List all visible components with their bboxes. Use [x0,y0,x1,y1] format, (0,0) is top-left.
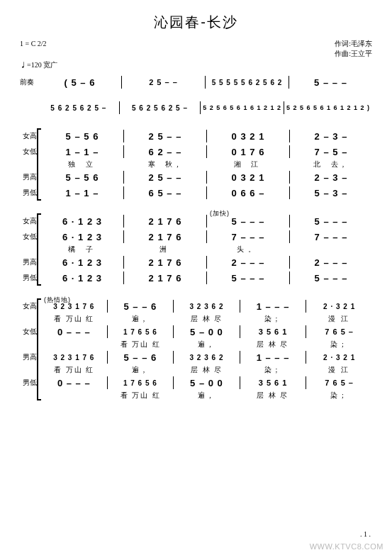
bar: 5 2 5 6 5 6 1 6 1 2 1 2 ) [284,104,372,111]
bar: 1 – 1 – [41,188,123,198]
part-label-bass: 男低 [23,273,41,283]
lyric: 遍, [174,340,240,349]
lyric: 北 去, [289,159,372,169]
part-label-ten: 男高 [23,352,41,362]
bar: 1 7 6 5 6 [108,328,174,336]
bar: 0 3 2 1 [207,172,289,183]
bar: 7 – 5 – [290,147,372,157]
bar: (加快) 5 – – – [207,216,289,227]
lyric: 染; [306,340,372,349]
bar: 5 6 2 5 6 2 5 – [38,104,119,112]
bar: 7 – – – [207,232,289,242]
bar: 3 5 6 1 [240,379,306,387]
part-label-alto: 女低 [23,232,41,242]
bar: 2 – 3 – [290,172,372,183]
bar: 5 – – – [207,273,289,284]
lyric-row: 看 万山 红 遍, 层 林 尽 染; 漫 江 [23,365,372,375]
bar: 7 6 5 – [306,327,372,336]
part-label-ten: 男高 [23,257,41,267]
bar: 2 1 7 6 [124,257,206,268]
lyric: 湘 江 [207,159,290,169]
lyric: 层 林 尽 [240,340,306,349]
bar: 2 · 3 2 1 [306,354,372,361]
bar: 5 – – 6 [108,352,174,363]
part-label-bass: 男低 [23,188,41,198]
lyric: 看 万山 红 [41,314,107,324]
bar: 5 – 0 0 [174,378,240,388]
system-verse-2: 女高 6 · 1 2 3 2 1 7 6 (加快) 5 – – – 5 – – … [20,213,372,286]
bar: 1 – – – [240,352,306,363]
bar: 5 2 5 6 5 6 1 6 1 2 1 2 [201,104,284,111]
part-label-ten: 男高 [23,172,41,182]
tempo-change-marker: (加快) [210,209,230,218]
lyric: 遍, [174,391,240,400]
part-label-bass: 男低 [23,378,41,388]
lyric-row: 看 万山 红 遍, 层 林 尽 染; [23,391,372,400]
expression-marker: (热情地) [44,296,71,305]
lyric: 遍, [107,314,173,324]
bar: 5 – – – [290,273,372,284]
lyric: 漫 江 [306,365,372,375]
bar: 3 2 3 1 7 6 [41,354,107,361]
system-verse-1: 女高 5 – 5 6 2 5 – – 0 3 2 1 2 – 3 – 女低 1 … [20,128,372,201]
bar: 2 1 7 6 [124,273,206,284]
bar: 2 – – – [207,257,289,268]
watermark: WWW.KTVC8.COM [310,542,383,551]
bar: 0 – – – [41,378,107,388]
bar: 0 6 6 – [207,188,289,198]
bar: 2 5 – – [122,78,205,86]
bar: 5 – – – [289,77,372,88]
lyric: 看 万山 红 [107,391,173,400]
bar: 0 3 2 1 [207,131,289,142]
bar: 7 – – – [290,232,372,242]
bar: 6 · 1 2 3 [41,232,123,242]
system-intro-2: 5 6 2 5 6 2 5 – 5 6 2 5 6 2 5 – 5 2 5 6 … [20,100,372,116]
lyric: 染; [240,365,306,375]
bar: 6 5 – – [124,188,206,198]
page-number: . 1 . [360,530,371,538]
lyric [41,340,107,349]
bar: (热情地) 3 2 3 1 7 6 [41,303,107,310]
tempo-marking: ♩=120 宽广 [20,60,372,70]
bar: 5 – 3 – [290,188,372,198]
part-label-alto: 女低 [23,147,41,157]
song-title: 沁园春-长沙 [20,13,372,32]
bar: 5 – 5 6 [41,131,123,142]
bar: 2 5 – – [124,131,206,142]
lyric: 染; [240,314,306,324]
part-label-sop: 女高 [23,301,41,311]
bar: 2 · 3 2 1 [306,303,372,310]
bar: 5 – – 6 [108,301,174,312]
lyric [289,245,372,254]
part-label-intro: 前奏 [20,77,38,87]
lyric: 独 立 [41,159,124,169]
bar: 0 – – – [41,327,107,337]
bar: 1 – 1 – [41,147,123,157]
bar: 5 – – – [290,216,372,227]
bar: 5 – 0 0 [174,327,240,337]
lyric: 层 林 尽 [174,365,240,375]
lyric-row: 橘 子 洲 头。 [23,245,372,254]
meta-row: 1 = C 2/2 作词:毛泽东 作曲:王立平 [20,39,372,59]
system-intro-1: 前奏 ( 5 – 6 2 5 – – 5 5 5 5 5 6 2 5 6 2 5… [20,74,372,90]
bar: ( 5 – 6 [38,77,121,88]
bar-notes: 5 – – – [232,216,265,227]
lyricist-credit: 作词:毛泽东 [335,39,372,49]
lyric: 寒 秋, [124,159,207,169]
lyric: 橘 子 [41,245,124,254]
bar: 2 – – – [290,257,372,268]
lyric: 看 万山 红 [107,340,173,349]
bar: 5 5 5 5 5 6 2 5 6 2 [206,79,289,86]
bar: 5 6 2 5 6 2 5 – [120,104,201,112]
lyric [41,391,107,400]
bar: 6 · 1 2 3 [41,257,123,268]
lyric: 漫 江 [306,314,372,324]
bar: 1 – – – [240,301,306,312]
lyric-row: 看 万山 红 遍, 层 林 尽 染; 漫 江 [23,314,372,324]
part-label-sop: 女高 [23,216,41,226]
credits: 作词:毛泽东 作曲:王立平 [335,39,372,59]
bar: 3 2 3 6 2 [174,354,240,361]
bar: 2 1 7 6 [124,216,206,227]
lyric-row: 看 万山 红 遍, 层 林 尽 染; [23,340,372,349]
bar: 2 1 7 6 [124,232,206,242]
